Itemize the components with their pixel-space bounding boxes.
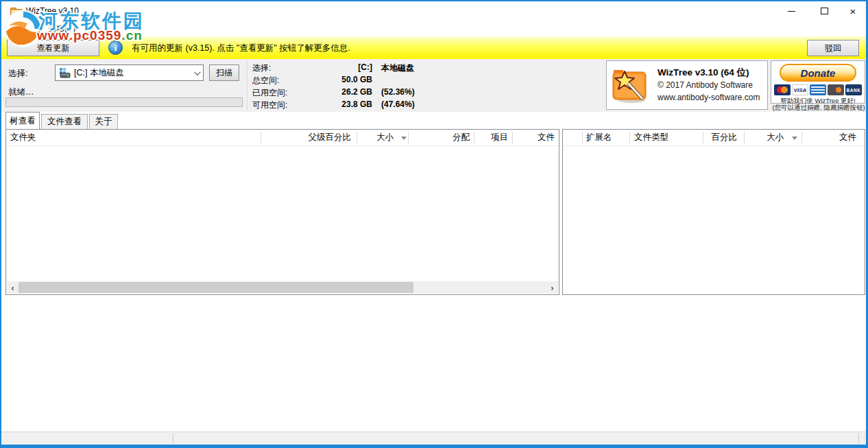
- amex-icon: [810, 84, 826, 95]
- info-value: 50.0 GB: [293, 75, 372, 84]
- tree-list-panel: 文件夹 父级百分比 大小 分配 项目 文件 ‹ ›: [5, 129, 559, 295]
- column-divider[interactable]: [408, 132, 409, 144]
- column-divider[interactable]: [261, 132, 261, 144]
- info-extra: (47.64%): [381, 99, 415, 109]
- scroll-right-icon[interactable]: ›: [546, 281, 558, 294]
- column-header-extension[interactable]: 扩展名: [586, 130, 626, 145]
- title-bar[interactable]: WizTree v3.10 ×: [1, 1, 866, 22]
- tab-about[interactable]: 关于: [89, 114, 118, 129]
- horizontal-scrollbar[interactable]: ‹ ›: [7, 281, 558, 294]
- about-title: WizTree v3.10 (64 位): [658, 67, 749, 79]
- extension-list-header: 扩展名 文件类型 百分比 大小 文件: [563, 130, 865, 146]
- status-text: 就绪…: [8, 86, 34, 98]
- status-bar: [1, 432, 866, 445]
- drive-select-dropdown[interactable]: [C:] 本地磁盘: [55, 64, 204, 81]
- update-message: 有可用的更新 (v3.15). 点击 "查看更新" 按钮了解更多信息.: [132, 43, 350, 54]
- menu-file[interactable]: 文件(Z): [1, 22, 38, 36]
- info-row-total: 总空间: 50.0 GB: [252, 75, 540, 87]
- chevron-down-icon: [194, 69, 201, 75]
- column-header-folder[interactable]: 文件夹: [10, 130, 257, 145]
- drive-selected-value: [C:] 本地磁盘: [74, 67, 191, 79]
- wiztree-logo: [611, 66, 649, 104]
- column-header-parent-percent[interactable]: 父级百分比: [263, 130, 351, 145]
- column-divider[interactable]: [629, 132, 630, 144]
- sort-down-icon: [792, 137, 797, 140]
- tree-list-header: 文件夹 父级百分比 大小 分配 项目 文件: [6, 130, 559, 146]
- bank-icon: BANK: [845, 84, 862, 95]
- column-header-percent[interactable]: 百分比: [706, 130, 737, 145]
- donate-panel: Donate VISA BANK 帮助我们使 WizTree 更好!: [771, 60, 865, 104]
- column-header-files[interactable]: 文件: [804, 130, 856, 145]
- status-divider: [173, 434, 173, 444]
- tab-tree-view[interactable]: 树查看: [5, 112, 40, 129]
- info-row-selected: 选择: [C:] 本地磁盘: [252, 62, 540, 75]
- minimize-button[interactable]: [780, 1, 803, 21]
- toolbar-strip: 选择: [C:] 本地磁盘 扫描 就绪… 选择: [C:] 本地磁盘: [1, 59, 866, 112]
- select-label: 选择:: [8, 68, 27, 80]
- scroll-left-icon[interactable]: ‹: [7, 281, 19, 294]
- close-button[interactable]: ×: [841, 1, 865, 21]
- column-header-filetype[interactable]: 文件类型: [634, 130, 700, 145]
- mastercard-icon: [774, 84, 791, 95]
- drive-icon: [60, 68, 71, 78]
- info-label: 已用空间:: [252, 87, 287, 99]
- info-label: 选择:: [252, 62, 271, 74]
- scan-button[interactable]: 扫描: [209, 64, 239, 81]
- column-divider[interactable]: [582, 132, 583, 144]
- payment-cards: VISA BANK: [774, 84, 862, 95]
- sort-down-icon: [401, 137, 407, 140]
- wiztree-window: WizTree v3.10 × 文件(Z) 选项(Y) 查看更新 i 有可用的更…: [0, 0, 868, 448]
- about-panel: WizTree v3.10 (64 位) © 2017 Antibody Sof…: [606, 60, 768, 110]
- info-value: 23.8 GB: [293, 99, 372, 109]
- about-website[interactable]: www.antibody-software.com: [658, 93, 760, 102]
- info-label: 可用空间:: [252, 99, 287, 111]
- close-icon: ×: [850, 6, 856, 16]
- column-header-size[interactable]: 大小: [359, 130, 394, 145]
- info-row-used: 已用空间: 26.2 GB (52.36%): [252, 87, 540, 99]
- discover-icon: [828, 84, 844, 95]
- extension-list-panel: 扩展名 文件类型 百分比 大小 文件: [562, 129, 865, 295]
- info-value: 26.2 GB: [293, 87, 372, 97]
- about-copyright: © 2017 Antibody Software: [658, 80, 753, 90]
- scan-progress-bar: [5, 97, 243, 107]
- divider: [247, 60, 248, 110]
- tab-file-view[interactable]: 文件查看: [41, 114, 88, 129]
- minimize-icon: [788, 11, 795, 12]
- column-divider[interactable]: [744, 132, 745, 144]
- info-icon: i: [108, 40, 123, 55]
- info-value: [C:]: [293, 62, 372, 72]
- tab-strip: 树查看 文件查看 关于: [1, 112, 866, 129]
- menu-options[interactable]: 选项(Y): [43, 22, 80, 36]
- visa-icon: VISA: [792, 84, 808, 95]
- column-divider[interactable]: [474, 132, 474, 144]
- check-update-button[interactable]: 查看更新: [7, 40, 99, 56]
- column-header-size[interactable]: 大小: [747, 130, 784, 145]
- column-divider[interactable]: [703, 132, 703, 144]
- maximize-button[interactable]: [812, 1, 836, 21]
- column-header-files[interactable]: 文件: [515, 130, 555, 145]
- scrollbar-thumb[interactable]: [19, 282, 413, 293]
- window-title: WizTree v3.10: [26, 6, 79, 16]
- donate-button[interactable]: Donate: [780, 64, 856, 82]
- app-folder-icon: [10, 6, 23, 17]
- column-divider[interactable]: [801, 132, 802, 144]
- info-extra: 本地磁盘: [381, 62, 414, 74]
- dismiss-update-button[interactable]: 驳回: [807, 40, 859, 56]
- column-header-items[interactable]: 项目: [477, 130, 508, 145]
- maximize-icon: [821, 8, 828, 14]
- info-extra: (52.36%): [381, 87, 415, 97]
- info-row-free: 可用空间: 23.8 GB (47.64%): [252, 99, 540, 112]
- info-label: 总空间:: [252, 75, 279, 86]
- column-divider[interactable]: [357, 132, 357, 144]
- update-notification-bar: 查看更新 i 有可用的更新 (v3.15). 点击 "查看更新" 按钮了解更多信…: [1, 36, 866, 59]
- menu-bar: 文件(Z) 选项(Y): [1, 22, 866, 36]
- status-divider: [858, 434, 859, 444]
- column-divider[interactable]: [512, 132, 513, 144]
- column-header-allocated[interactable]: 分配: [411, 130, 470, 145]
